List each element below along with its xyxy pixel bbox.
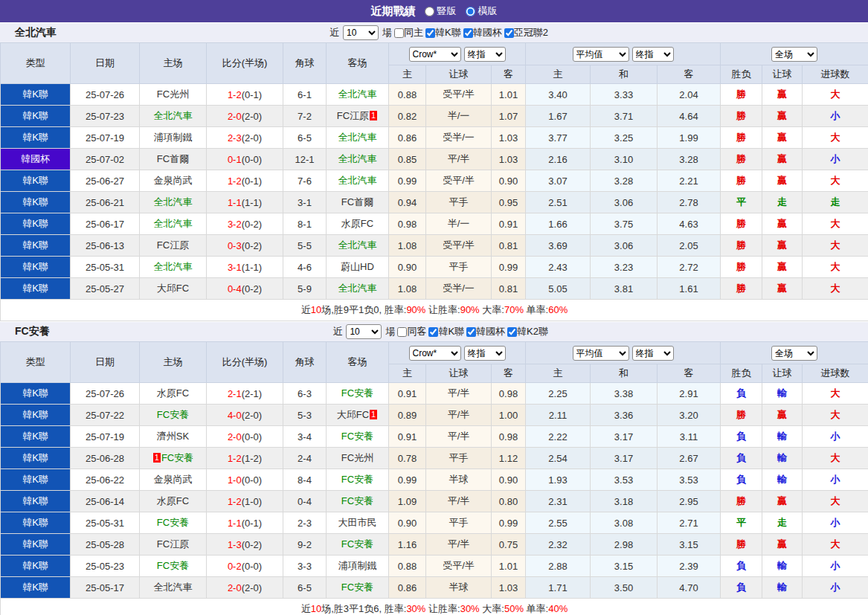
match-row: 韓K聯25-06-17全北汽車3-2(0-2)8-1水原FC0.98半/一0.9… (1, 213, 868, 235)
euro-home-odds: 1.93 (526, 469, 591, 491)
away-team-name: FC安養 (341, 582, 373, 593)
corner-cell: 3-1 (283, 192, 327, 213)
euro-home-odds: 3.77 (526, 127, 591, 149)
league-filter-option[interactable]: 韓K聯 (425, 26, 461, 39)
handicap-final-select[interactable]: 终指 (464, 47, 506, 62)
halftime-score: (0-2) (242, 219, 262, 230)
corner-cell: 6-5 (283, 127, 327, 149)
euro-away-odds: 4.70 (658, 577, 721, 599)
home-team-name: FC江原 (157, 239, 189, 251)
match-type-cell: 韓K聯 (1, 405, 71, 426)
result-handicap: 贏 (762, 127, 803, 149)
league-filter-checkbox[interactable] (463, 28, 473, 38)
handicap-away-odds: 1.03 (492, 149, 526, 170)
league-filter-option[interactable]: 韓K2聯 (507, 325, 548, 338)
away-team-cell: 浦項制鐵 (327, 556, 389, 577)
same-venue-checkbox[interactable] (397, 327, 407, 337)
layout-horizontal-option[interactable]: 橫版 (466, 4, 498, 18)
summary-text: 90% (460, 304, 480, 315)
handicap-away-odds: 0.99 (492, 512, 526, 534)
sub-column-header: 让球 (762, 65, 803, 84)
bookmaker-select[interactable]: Crow* (409, 346, 461, 361)
home-team-name: 濟州SK (157, 431, 189, 442)
corner-cell: 5-3 (283, 405, 327, 426)
match-row: 韓K聯25-07-23全北汽車2-0(2-0)7-2FC江原10.82半/一1.… (1, 106, 868, 127)
match-date-cell: 25-07-23 (71, 106, 140, 127)
euro-draw-odds: 3.50 (591, 577, 658, 599)
handicap-away-odds: 1.01 (492, 556, 526, 577)
league-filter-checkbox[interactable] (466, 327, 476, 337)
league-filter-option[interactable]: 韓國杯 (466, 325, 505, 338)
result-wdl: 勝 (721, 127, 762, 149)
same-venue-option[interactable]: 同客 (397, 325, 426, 338)
average-select[interactable]: 平均值 (573, 346, 629, 361)
title-bar: 近期戰績 豎版 橫版 (0, 0, 868, 22)
corner-cell: 6-1 (283, 84, 327, 106)
same-venue-option[interactable]: 同主 (394, 26, 423, 39)
score-cell: 3-1(1-1) (207, 257, 283, 278)
home-team-cell: 水原FC (140, 383, 207, 405)
filter-group: 近10場同主韓K聯韓國杯亞冠聯2 (329, 25, 548, 40)
league-filter-option[interactable]: 韓國杯 (463, 26, 502, 39)
euro-away-odds: 3.20 (658, 405, 721, 426)
result-wdl: 勝 (721, 213, 762, 235)
match-row: 韓K聯25-05-28FC江原1-3(0-2)9-2FC安養1.16平/半0.7… (1, 534, 868, 556)
result-handicap: 輸 (762, 426, 803, 448)
league-filter-checkbox[interactable] (425, 28, 435, 38)
team-tables-container: 全北汽車近10場同主韓K聯韓國杯亞冠聯2类型日期主场比分(半场)角球客场Crow… (0, 22, 868, 615)
bookmaker-select[interactable]: Crow* (409, 47, 461, 62)
match-date-cell: 25-06-13 (71, 235, 140, 257)
scope-select[interactable]: 全场 (771, 47, 817, 62)
handicap-line: 平/半 (426, 426, 492, 448)
average-select[interactable]: 平均值 (573, 47, 629, 62)
euro-away-odds: 2.72 (658, 257, 721, 278)
league-filter-checkbox[interactable] (428, 327, 438, 337)
result-handicap: 贏 (762, 534, 803, 556)
result-goals: 小 (803, 106, 868, 127)
sub-column-header: 进球数 (803, 364, 868, 383)
away-team-cell: FC江原1 (327, 106, 389, 127)
result-goals: 小 (803, 426, 868, 448)
europe-final-select[interactable]: 终指 (632, 47, 674, 62)
away-team-name: 全北汽車 (338, 88, 377, 100)
near-label: 近 (329, 26, 339, 39)
handicap-final-select[interactable]: 终指 (464, 346, 506, 361)
score-cell: 0-1(0-0) (207, 149, 283, 170)
scope-select[interactable]: 全场 (771, 346, 817, 361)
halftime-score: (0-0) (242, 474, 262, 486)
fulltime-score: 4-0 (228, 410, 242, 421)
away-team-cell: FC首爾 (327, 192, 389, 213)
recent-count-select[interactable]: 10 (346, 324, 382, 339)
halftime-score: (1-0) (242, 496, 262, 507)
layout-vertical-option[interactable]: 豎版 (425, 4, 457, 18)
home-team-cell: 全北汽車 (140, 257, 207, 278)
league-filter-option[interactable]: 韓K聯 (428, 325, 464, 338)
result-goals: 大 (803, 127, 868, 149)
league-filter-checkbox[interactable] (504, 28, 514, 38)
result-wdl: 平 (721, 192, 762, 213)
handicap-away-odds: 0.75 (492, 534, 526, 556)
column-header: 类型 (1, 43, 71, 84)
league-filter-option[interactable]: 亞冠聯2 (504, 26, 548, 39)
league-filter-checkbox[interactable] (507, 327, 517, 337)
sub-column-header: 客 (492, 364, 526, 383)
score-cell: 0-2(0-0) (207, 556, 283, 577)
score-cell: 0-3(0-2) (207, 235, 283, 257)
fulltime-score: 2-0 (228, 111, 242, 122)
handicap-line: 平手 (426, 257, 492, 278)
europe-final-select[interactable]: 终指 (632, 346, 674, 361)
corner-cell: 8-1 (283, 213, 327, 235)
corner-cell: 7-2 (283, 106, 327, 127)
result-wdl: 勝 (721, 84, 762, 106)
horizontal-radio[interactable] (466, 7, 475, 16)
match-row: 韓K聯25-06-281FC安養1-2(1-2)2-4FC光州0.78平手1.1… (1, 448, 868, 469)
score-cell: 1-1(0-1) (207, 512, 283, 534)
summary-text: 60% (548, 304, 568, 315)
home-team-name: FC首爾 (157, 153, 189, 164)
recent-count-select[interactable]: 10 (343, 25, 379, 40)
home-team-cell: 1FC安養 (140, 448, 207, 469)
same-venue-checkbox[interactable] (394, 28, 404, 38)
vertical-radio[interactable] (425, 7, 434, 16)
handicap-line: 受半/一 (426, 278, 492, 300)
fulltime-score: 3-1 (228, 262, 242, 273)
